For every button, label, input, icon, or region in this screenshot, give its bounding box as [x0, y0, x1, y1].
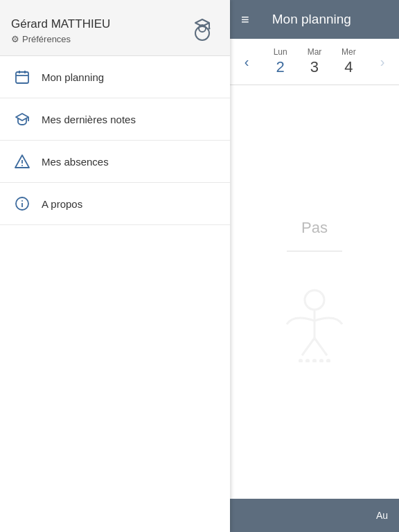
sidebar-item-apropos-label: A propos: [42, 198, 82, 210]
day-name-1: Mar: [308, 47, 322, 57]
main-panel: ≡ Mon planning ‹ Lun 2 Mar 3 Mer 4 › Pas: [230, 0, 399, 532]
sidebar-item-notes-label: Mes dernières notes: [42, 114, 136, 125]
day-name-2: Mer: [342, 47, 356, 57]
prev-week-button[interactable]: ‹: [230, 45, 263, 78]
svg-point-23: [312, 359, 317, 362]
calendar-icon: [14, 69, 30, 85]
sidebar-item-apropos[interactable]: A propos: [0, 183, 230, 225]
svg-line-19: [302, 338, 314, 355]
svg-point-4: [209, 28, 211, 30]
svg-rect-5: [16, 72, 28, 83]
day-number-0: 2: [276, 58, 285, 76]
user-info: Gérard MATTHIEU ⚙ Préférences: [11, 17, 110, 44]
preferences-label: Préférences: [22, 34, 71, 44]
menu-button[interactable]: ≡: [241, 12, 249, 28]
sidebar-item-planning[interactable]: Mon planning: [0, 56, 230, 98]
footer-text: Au: [376, 510, 388, 521]
avatar: [186, 14, 219, 47]
day-number-2: 4: [344, 58, 353, 76]
day-name-0: Lun: [274, 47, 287, 57]
preferences-button[interactable]: ⚙ Préférences: [11, 34, 110, 44]
sidebar-item-absences[interactable]: Mes absences: [0, 141, 230, 183]
sidebar: Gérard MATTHIEU ⚙ Préférences: [0, 0, 230, 532]
calendar-day-1[interactable]: Mar 3: [297, 44, 331, 79]
main-footer: Au: [230, 499, 399, 532]
warning-icon: [14, 153, 30, 170]
calendar-day-0[interactable]: Lun 2: [263, 44, 297, 79]
svg-point-21: [299, 359, 303, 362]
empty-state-text: Pas: [301, 219, 328, 237]
main-header: ≡ Mon planning: [230, 0, 399, 39]
svg-point-16: [21, 200, 23, 202]
next-week-button[interactable]: ›: [366, 45, 399, 78]
svg-line-20: [314, 338, 327, 355]
svg-point-24: [319, 359, 323, 362]
page-title: Mon planning: [258, 12, 366, 27]
svg-point-13: [21, 165, 23, 166]
username: Gérard MATTHIEU: [11, 17, 110, 31]
calendar-day-2[interactable]: Mer 4: [332, 44, 366, 79]
svg-point-0: [195, 26, 209, 40]
empty-divider: [287, 251, 342, 251]
sidebar-item-absences-label: Mes absences: [42, 156, 109, 168]
svg-point-17: [305, 290, 324, 310]
sidebar-header: Gérard MATTHIEU ⚙ Préférences: [0, 0, 230, 56]
calendar-days: Lun 2 Mar 3 Mer 4: [263, 44, 366, 79]
graduation-icon: [14, 111, 30, 127]
main-content: Pas: [230, 85, 399, 499]
day-number-1: 3: [310, 58, 319, 76]
sidebar-item-notes[interactable]: Mes dernières notes: [0, 98, 230, 141]
svg-point-25: [326, 359, 330, 362]
svg-point-22: [305, 359, 310, 362]
gear-icon: ⚙: [11, 34, 19, 44]
sidebar-item-planning-label: Mon planning: [42, 71, 104, 83]
sidebar-nav: Mon planning Mes dernières notes: [0, 56, 230, 532]
calendar-nav: ‹ Lun 2 Mar 3 Mer 4 ›: [230, 39, 399, 85]
empty-illustration: [280, 286, 349, 365]
info-icon: [14, 195, 30, 212]
